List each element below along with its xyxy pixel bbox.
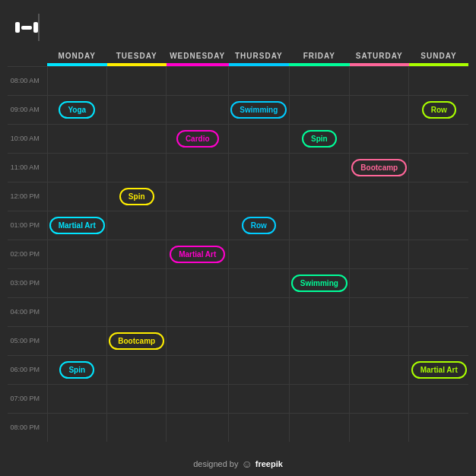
activity-row[interactable]: Row (422, 101, 456, 119)
activity-martial-art[interactable]: Martial Art (170, 246, 225, 263)
cell-day0-time8 (47, 297, 107, 326)
cell-day4-time4 (289, 182, 350, 211)
activity-spin[interactable]: Spin (119, 188, 154, 205)
title-divider (38, 14, 40, 41)
time-label-11: 07:00 PM (8, 384, 47, 413)
time-row: 07:00 PM (8, 384, 468, 413)
cell-day6-time11 (409, 384, 468, 413)
cell-day1-time4: Spin (107, 182, 167, 211)
activity-bootcamp[interactable]: Bootcamp (109, 332, 164, 350)
time-row: 02:00 PMMartial Art (8, 240, 468, 268)
wednesday-header: WEDNESDAY (167, 49, 229, 63)
time-header (8, 49, 47, 63)
thursday-header: THURSDAY (229, 49, 290, 63)
time-label-9: 05:00 PM (8, 326, 47, 355)
sunday-header: SUNDAY (409, 49, 468, 63)
footer-brand: freepik (255, 459, 283, 468)
time-row: 05:00 PMBootcamp (8, 326, 468, 355)
cell-day0-time9 (47, 326, 107, 355)
cell-day3-time12 (229, 413, 290, 442)
cell-day0-time0 (47, 66, 107, 95)
cell-day2-time9 (167, 326, 229, 355)
cell-day5-time4 (350, 182, 409, 211)
cell-day4-time7: Swimming (289, 268, 350, 297)
cell-day6-time2 (409, 124, 468, 153)
cell-day4-time2: Spin (289, 124, 350, 153)
time-row: 08:00 AM (8, 66, 468, 95)
cell-day5-time9 (350, 326, 409, 355)
cell-day5-time10 (350, 355, 409, 384)
time-row: 11:00 AMBootcamp (8, 153, 468, 182)
cell-day3-time1: Swimming (229, 95, 290, 124)
activity-cardio[interactable]: Cardio (176, 130, 219, 148)
time-label-5: 01:00 PM (8, 211, 47, 240)
cell-day4-time0 (289, 66, 350, 95)
cell-day1-time0 (107, 66, 167, 95)
cell-day6-time4 (409, 182, 468, 211)
cell-day2-time12 (167, 413, 229, 442)
cell-day5-time8 (350, 297, 409, 326)
activity-martial-art[interactable]: Martial Art (49, 217, 105, 234)
cell-day3-time9 (229, 326, 290, 355)
footer-designed-text: designed by (193, 459, 238, 468)
cell-day2-time11 (167, 384, 229, 413)
time-label-2: 10:00 AM (8, 124, 47, 153)
time-row: 09:00 AMYogaSwimmingRow (8, 95, 468, 124)
tuesday-header: TUESDAY (107, 49, 167, 63)
cell-day2-time5 (167, 211, 229, 240)
cell-day3-time3 (229, 153, 290, 182)
cell-day1-time5 (107, 211, 167, 240)
cell-day1-time3 (107, 153, 167, 182)
cell-day0-time3 (47, 153, 107, 182)
activity-swimming[interactable]: Swimming (230, 101, 287, 119)
cell-day4-time5 (289, 211, 350, 240)
cell-day5-time12 (350, 413, 409, 442)
cell-day5-time3: Bootcamp (350, 153, 409, 182)
cell-day3-time5: Row (229, 211, 290, 240)
cell-day1-time10 (107, 355, 167, 384)
activity-swimming[interactable]: Swimming (291, 274, 347, 292)
cell-day5-time7 (350, 268, 409, 297)
cell-day1-time1 (107, 95, 167, 124)
activity-yoga[interactable]: Yoga (59, 101, 95, 119)
cell-day4-time10 (289, 355, 350, 384)
time-row: 12:00 PMSpin (8, 182, 468, 211)
cell-day2-time4 (167, 182, 229, 211)
cell-day0-time2 (47, 124, 107, 153)
cell-day0-time10: Spin (47, 355, 107, 384)
cell-day5-time6 (350, 240, 409, 268)
cell-day2-time2: Cardio (167, 124, 229, 153)
schedule-container: MONDAY TUESDAY WEDNESDAY THURSDAY FRIDAY… (0, 49, 476, 452)
cell-day4-time9 (289, 326, 350, 355)
cell-day2-time10 (167, 355, 229, 384)
cell-day5-time2 (350, 124, 409, 153)
cell-day2-time8 (167, 297, 229, 326)
footer: designed by ☺ freepik (187, 452, 289, 476)
cell-day3-time10 (229, 355, 290, 384)
time-label-6: 02:00 PM (8, 240, 47, 268)
activity-bootcamp[interactable]: Bootcamp (351, 159, 407, 176)
cell-day1-time12 (107, 413, 167, 442)
cell-day6-time5 (409, 211, 468, 240)
cell-day1-time7 (107, 268, 167, 297)
cell-day0-time7 (47, 268, 107, 297)
cell-day4-time8 (289, 297, 350, 326)
activity-spin[interactable]: Spin (302, 130, 337, 148)
cell-day2-time6: Martial Art (167, 240, 229, 268)
cell-day6-time8 (409, 297, 468, 326)
cell-day3-time0 (229, 66, 290, 95)
time-row: 01:00 PMMartial ArtRow (8, 211, 468, 240)
freepik-icon: ☺ (241, 458, 252, 470)
activity-martial-art[interactable]: Martial Art (411, 361, 467, 379)
schedule-table: MONDAY TUESDAY WEDNESDAY THURSDAY FRIDAY… (8, 49, 468, 442)
activity-spin[interactable]: Spin (59, 361, 94, 379)
activity-row[interactable]: Row (242, 217, 276, 234)
cell-day0-time5: Martial Art (47, 211, 107, 240)
cell-day0-time11 (47, 384, 107, 413)
cell-day3-time2 (229, 124, 290, 153)
cell-day1-time8 (107, 297, 167, 326)
time-label-12: 08:00 PM (8, 413, 47, 442)
cell-day2-time3 (167, 153, 229, 182)
time-row: 10:00 AMCardioSpin (8, 124, 468, 153)
cell-day2-time0 (167, 66, 229, 95)
